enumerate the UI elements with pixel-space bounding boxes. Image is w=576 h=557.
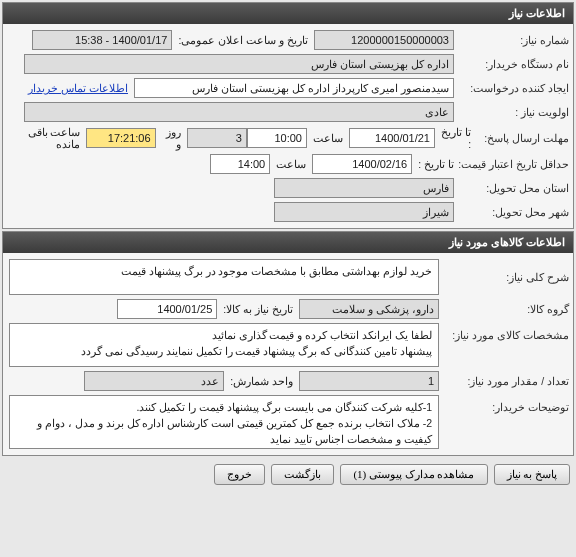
buyer-org-value: اداره کل بهزیستی استان فارس [24,54,454,74]
remain-days-label: روز و [156,126,187,150]
need-no-value: 1200000150000003 [314,30,454,50]
deadline-to-label: تا تاریخ : [435,126,471,150]
need-info-panel: اطلاعات نیاز شماره نیاز: 120000015000000… [2,2,574,229]
remain-time: 17:21:06 [86,128,155,148]
unit-label: واحد شمارش: [224,375,299,387]
deadline-time-label: ساعت [307,132,349,144]
need-date-to-label: تاریخ نیاز به کالا: [217,303,299,315]
remain-suffix: ساعت باقی مانده [7,126,86,150]
deadline-label: مهلت ارسال پاسخ: [471,132,569,144]
attachments-button[interactable]: مشاهده مدارک پیوستی (1) [340,464,487,485]
min-valid-label: حداقل تاریخ اعتبار قیمت: [454,158,569,170]
goods-info-body: شرح کلی نیاز: خرید لوازم بهداشتی مطابق ب… [3,253,573,455]
buyer-notes-label: توضیحات خریدار: [439,395,569,413]
creator-label: ایجاد کننده درخواست: [454,82,569,94]
buyer-contact-link[interactable]: اطلاعات تماس خریدار [28,82,128,94]
spec-value: لطفا یک ایرانکد انتخاب کرده و قیمت گذاری… [9,323,439,367]
need-no-label: شماره نیاز: [454,34,569,46]
pub-datetime-value: 1400/01/17 - 15:38 [32,30,172,50]
remain-days: 3 [187,128,247,148]
buyer-org-label: نام دستگاه خریدار: [454,58,569,70]
need-desc-value: خرید لوازم بهداشتی مطابق با مشخصات موجود… [9,259,439,295]
exit-button[interactable]: خروج [214,464,265,485]
priority-value: عادی [24,102,454,122]
deadline-date: 1400/01/21 [349,128,435,148]
goods-group-label: گروه کالا: [439,303,569,315]
goods-info-header: اطلاعات کالاهای مورد نیاز [3,232,573,253]
creator-value: سیدمنصور امیری کارپرداز اداره کل بهزیستی… [134,78,454,98]
min-valid-date: 1400/02/16 [312,154,412,174]
province-value: فارس [274,178,454,198]
pub-datetime-label: تاریخ و ساعت اعلان عمومی: [172,34,314,46]
province-label: استان محل تحویل: [454,182,569,194]
need-date-to-value: 1400/01/25 [117,299,217,319]
need-desc-label: شرح کلی نیاز: [439,271,569,283]
need-info-body: شماره نیاز: 1200000150000003 تاریخ و ساع… [3,24,573,228]
button-bar: پاسخ به نیاز مشاهده مدارک پیوستی (1) باز… [0,458,576,491]
back-button[interactable]: بازگشت [271,464,334,485]
min-valid-time: 14:00 [210,154,270,174]
qty-label: تعداد / مقدار مورد نیاز: [439,375,569,387]
goods-group-value: دارو، پزشکی و سلامت [299,299,439,319]
city-value: شیراز [274,202,454,222]
priority-label: اولویت نیاز : [454,106,569,118]
deadline-time: 10:00 [247,128,307,148]
spec-label: مشخصات کالای مورد نیاز: [439,323,569,341]
qty-value: 1 [299,371,439,391]
need-info-header: اطلاعات نیاز [3,3,573,24]
city-label: شهر محل تحویل: [454,206,569,218]
min-valid-to-label: تا تاریخ : [412,158,454,170]
buyer-notes-value: 1-کلیه شرکت کنندگان می بایست برگ پیشنهاد… [9,395,439,449]
goods-info-panel: اطلاعات کالاهای مورد نیاز شرح کلی نیاز: … [2,231,574,456]
unit-value: عدد [84,371,224,391]
reply-button[interactable]: پاسخ به نیاز [494,464,571,485]
min-valid-time-label: ساعت [270,158,312,170]
